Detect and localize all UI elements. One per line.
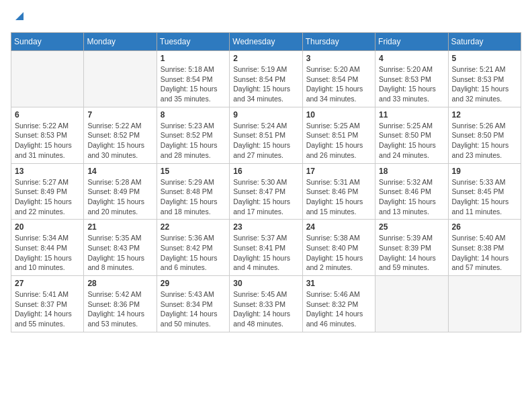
day-info: Sunrise: 5:36 AM Sunset: 8:42 PM Dayligh…: [161, 233, 226, 273]
calendar-day-1: 1Sunrise: 5:18 AM Sunset: 8:54 PM Daylig…: [157, 51, 229, 107]
day-number: 22: [161, 222, 226, 232]
logo-triangle-icon: [13, 11, 24, 24]
day-number: 31: [306, 279, 371, 288]
calendar-day-25: 25Sunrise: 5:39 AM Sunset: 8:39 PM Dayli…: [375, 220, 448, 276]
day-info: Sunrise: 5:18 AM Sunset: 8:54 PM Dayligh…: [161, 64, 226, 104]
column-header-wednesday: Wednesday: [230, 33, 302, 51]
day-info: Sunrise: 5:25 AM Sunset: 8:51 PM Dayligh…: [306, 121, 371, 161]
day-info: Sunrise: 5:23 AM Sunset: 8:52 PM Dayligh…: [161, 121, 226, 161]
day-info: Sunrise: 5:41 AM Sunset: 8:37 PM Dayligh…: [15, 289, 80, 329]
calendar-day-7: 7Sunrise: 5:22 AM Sunset: 8:52 PM Daylig…: [84, 107, 157, 163]
calendar-day-31: 31Sunrise: 5:46 AM Sunset: 8:32 PM Dayli…: [302, 276, 375, 332]
day-number: 15: [161, 167, 226, 176]
day-number: 23: [233, 222, 298, 232]
calendar-week-row: 6Sunrise: 5:22 AM Sunset: 8:53 PM Daylig…: [11, 107, 521, 163]
calendar-day-9: 9Sunrise: 5:24 AM Sunset: 8:51 PM Daylig…: [230, 107, 302, 163]
day-info: Sunrise: 5:42 AM Sunset: 8:36 PM Dayligh…: [87, 289, 152, 329]
day-info: Sunrise: 5:22 AM Sunset: 8:52 PM Dayligh…: [87, 121, 152, 161]
calendar-day-5: 5Sunrise: 5:21 AM Sunset: 8:53 PM Daylig…: [448, 51, 521, 107]
day-info: Sunrise: 5:20 AM Sunset: 8:54 PM Dayligh…: [306, 64, 371, 104]
day-number: 12: [452, 110, 517, 120]
day-number: 17: [306, 167, 371, 176]
day-info: Sunrise: 5:39 AM Sunset: 8:39 PM Dayligh…: [379, 233, 444, 273]
calendar-day-20: 20Sunrise: 5:34 AM Sunset: 8:44 PM Dayli…: [11, 220, 84, 276]
day-info: Sunrise: 5:30 AM Sunset: 8:47 PM Dayligh…: [233, 177, 298, 217]
calendar-day-22: 22Sunrise: 5:36 AM Sunset: 8:42 PM Dayli…: [157, 220, 229, 276]
calendar-day-23: 23Sunrise: 5:37 AM Sunset: 8:41 PM Dayli…: [230, 220, 302, 276]
calendar-day-28: 28Sunrise: 5:42 AM Sunset: 8:36 PM Dayli…: [84, 276, 157, 332]
day-number: 9: [233, 110, 298, 120]
day-number: 11: [379, 110, 444, 120]
day-number: 24: [306, 222, 371, 232]
day-info: Sunrise: 5:27 AM Sunset: 8:49 PM Dayligh…: [15, 177, 80, 217]
calendar-day-10: 10Sunrise: 5:25 AM Sunset: 8:51 PM Dayli…: [302, 107, 375, 163]
calendar-table: SundayMondayTuesdayWednesdayThursdayFrid…: [11, 32, 521, 332]
day-info: Sunrise: 5:43 AM Sunset: 8:34 PM Dayligh…: [161, 289, 226, 329]
day-info: Sunrise: 5:26 AM Sunset: 8:50 PM Dayligh…: [452, 121, 517, 161]
calendar-day-13: 13Sunrise: 5:27 AM Sunset: 8:49 PM Dayli…: [11, 163, 84, 220]
day-info: Sunrise: 5:45 AM Sunset: 8:33 PM Dayligh…: [233, 289, 298, 329]
day-number: 14: [87, 167, 152, 176]
day-info: Sunrise: 5:22 AM Sunset: 8:53 PM Dayligh…: [15, 121, 80, 161]
day-info: Sunrise: 5:21 AM Sunset: 8:53 PM Dayligh…: [452, 64, 517, 104]
day-info: Sunrise: 5:37 AM Sunset: 8:41 PM Dayligh…: [233, 233, 298, 273]
day-info: Sunrise: 5:25 AM Sunset: 8:50 PM Dayligh…: [379, 121, 444, 161]
calendar-day-24: 24Sunrise: 5:38 AM Sunset: 8:40 PM Dayli…: [302, 220, 375, 276]
day-number: 16: [233, 167, 298, 176]
calendar-week-row: 1Sunrise: 5:18 AM Sunset: 8:54 PM Daylig…: [11, 51, 521, 107]
day-info: Sunrise: 5:19 AM Sunset: 8:54 PM Dayligh…: [233, 64, 298, 104]
calendar-day-16: 16Sunrise: 5:30 AM Sunset: 8:47 PM Dayli…: [230, 163, 302, 220]
column-header-thursday: Thursday: [302, 33, 375, 51]
day-number: 28: [87, 279, 152, 288]
page-header: [11, 11, 521, 24]
day-info: Sunrise: 5:28 AM Sunset: 8:49 PM Dayligh…: [87, 177, 152, 217]
calendar-day-27: 27Sunrise: 5:41 AM Sunset: 8:37 PM Dayli…: [11, 276, 84, 332]
day-number: 1: [161, 54, 226, 63]
svg-marker-0: [15, 12, 24, 20]
calendar-day-30: 30Sunrise: 5:45 AM Sunset: 8:33 PM Dayli…: [230, 276, 302, 332]
calendar-day-21: 21Sunrise: 5:35 AM Sunset: 8:43 PM Dayli…: [84, 220, 157, 276]
calendar-header-row: SundayMondayTuesdayWednesdayThursdayFrid…: [11, 33, 521, 51]
day-number: 10: [306, 110, 371, 120]
calendar-week-row: 27Sunrise: 5:41 AM Sunset: 8:37 PM Dayli…: [11, 276, 521, 332]
calendar-day-29: 29Sunrise: 5:43 AM Sunset: 8:34 PM Dayli…: [157, 276, 229, 332]
calendar-day-26: 26Sunrise: 5:40 AM Sunset: 8:38 PM Dayli…: [448, 220, 521, 276]
column-header-friday: Friday: [375, 33, 448, 51]
calendar-day-18: 18Sunrise: 5:32 AM Sunset: 8:46 PM Dayli…: [375, 163, 448, 220]
column-header-tuesday: Tuesday: [157, 33, 229, 51]
calendar-week-row: 20Sunrise: 5:34 AM Sunset: 8:44 PM Dayli…: [11, 220, 521, 276]
column-header-sunday: Sunday: [11, 33, 84, 51]
day-info: Sunrise: 5:38 AM Sunset: 8:40 PM Dayligh…: [306, 233, 371, 273]
day-info: Sunrise: 5:33 AM Sunset: 8:45 PM Dayligh…: [452, 177, 517, 217]
day-number: 8: [161, 110, 226, 120]
calendar-day-6: 6Sunrise: 5:22 AM Sunset: 8:53 PM Daylig…: [11, 107, 84, 163]
calendar-day-2: 2Sunrise: 5:19 AM Sunset: 8:54 PM Daylig…: [230, 51, 302, 107]
calendar-empty-cell: [84, 51, 157, 107]
day-info: Sunrise: 5:46 AM Sunset: 8:32 PM Dayligh…: [306, 289, 371, 329]
day-number: 19: [452, 167, 517, 176]
calendar-day-8: 8Sunrise: 5:23 AM Sunset: 8:52 PM Daylig…: [157, 107, 229, 163]
day-number: 18: [379, 167, 444, 176]
day-info: Sunrise: 5:34 AM Sunset: 8:44 PM Dayligh…: [15, 233, 80, 273]
logo: [11, 11, 24, 24]
column-header-saturday: Saturday: [448, 33, 521, 51]
day-number: 30: [233, 279, 298, 288]
day-number: 20: [15, 222, 80, 232]
day-number: 5: [452, 54, 517, 63]
calendar-day-17: 17Sunrise: 5:31 AM Sunset: 8:46 PM Dayli…: [302, 163, 375, 220]
day-info: Sunrise: 5:40 AM Sunset: 8:38 PM Dayligh…: [452, 233, 517, 273]
calendar-week-row: 13Sunrise: 5:27 AM Sunset: 8:49 PM Dayli…: [11, 163, 521, 220]
day-number: 21: [87, 222, 152, 232]
day-info: Sunrise: 5:20 AM Sunset: 8:53 PM Dayligh…: [379, 64, 444, 104]
day-number: 25: [379, 222, 444, 232]
calendar-day-19: 19Sunrise: 5:33 AM Sunset: 8:45 PM Dayli…: [448, 163, 521, 220]
day-number: 7: [87, 110, 152, 120]
calendar-day-14: 14Sunrise: 5:28 AM Sunset: 8:49 PM Dayli…: [84, 163, 157, 220]
day-number: 4: [379, 54, 444, 63]
day-number: 13: [15, 167, 80, 176]
calendar-day-15: 15Sunrise: 5:29 AM Sunset: 8:48 PM Dayli…: [157, 163, 229, 220]
calendar-day-11: 11Sunrise: 5:25 AM Sunset: 8:50 PM Dayli…: [375, 107, 448, 163]
calendar-day-12: 12Sunrise: 5:26 AM Sunset: 8:50 PM Dayli…: [448, 107, 521, 163]
day-number: 26: [452, 222, 517, 232]
column-header-monday: Monday: [84, 33, 157, 51]
